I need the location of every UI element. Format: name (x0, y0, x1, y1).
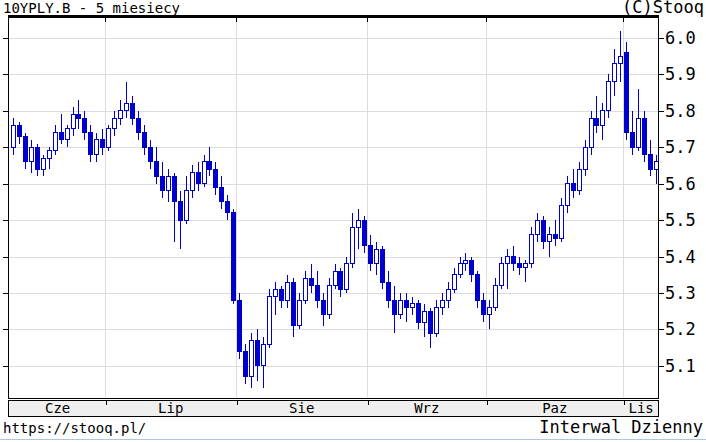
y-axis-tick-label: 5.7 (665, 137, 696, 157)
x-axis-boundary-tick (106, 401, 107, 405)
x-axis-month-label: Paz (542, 401, 567, 416)
chart-title: 10YPLY.B - 5 miesiecy (3, 1, 180, 16)
y-axis-tick-label: 5.1 (665, 356, 696, 376)
x-axis-month-label: Lis (628, 401, 653, 416)
y-axis-tick-label: 5.4 (665, 247, 696, 267)
x-axis-month-label: Cze (45, 401, 70, 416)
y-axis-tick-label: 5.5 (665, 210, 696, 230)
copyright-label: (C)Stooq (622, 0, 704, 16)
x-axis-month-label: Lip (158, 401, 183, 416)
y-axis-tick-label: 5.6 (665, 174, 696, 194)
site-url-label: https://stooq.pl/ (3, 420, 146, 436)
x-axis-boundary-tick (624, 401, 625, 405)
y-axis-tick-label: 5.2 (665, 319, 696, 339)
y-axis-tick-label: 5.9 (665, 64, 696, 84)
y-axis-tick-label: 6.0 (665, 28, 696, 48)
x-axis-boundary-tick (487, 401, 488, 405)
x-axis-boundary-tick (237, 401, 238, 405)
y-axis-tick-label: 5.8 (665, 101, 696, 121)
x-axis-month-label: Wrz (414, 401, 439, 416)
x-axis-month-label: Sie (289, 401, 314, 416)
y-axis-tick-label: 5.3 (665, 283, 696, 303)
candlestick-chart (8, 15, 659, 399)
x-axis-boundary-tick (368, 401, 369, 405)
x-axis-strip: CzeLipSieWrzPazLis (8, 400, 659, 417)
interval-label: Interwal Dzienny (539, 418, 703, 436)
bottom-divider (0, 439, 706, 440)
